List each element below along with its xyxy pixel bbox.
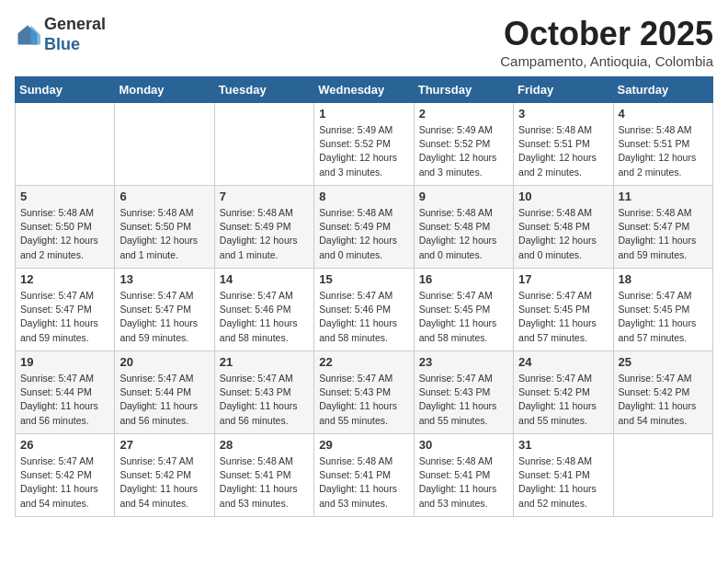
calendar-cell: 30Sunrise: 5:48 AM Sunset: 5:41 PM Dayli… [414,434,513,517]
calendar-cell: 4Sunrise: 5:48 AM Sunset: 5:51 PM Daylig… [613,103,712,186]
calendar-cell: 25Sunrise: 5:47 AM Sunset: 5:42 PM Dayli… [613,351,712,434]
day-info: Sunrise: 5:47 AM Sunset: 5:46 PM Dayligh… [220,289,309,345]
day-number: 2 [419,107,508,121]
logo: General Blue [15,15,106,54]
day-info: Sunrise: 5:47 AM Sunset: 5:43 PM Dayligh… [319,372,408,428]
day-info: Sunrise: 5:49 AM Sunset: 5:52 PM Dayligh… [419,123,508,179]
day-info: Sunrise: 5:48 AM Sunset: 5:41 PM Dayligh… [319,454,408,511]
column-header-monday: Monday [115,77,214,103]
calendar-header-row: SundayMondayTuesdayWednesdayThursdayFrid… [16,77,713,103]
calendar-week-row: 19Sunrise: 5:47 AM Sunset: 5:44 PM Dayli… [16,351,713,434]
calendar-cell: 21Sunrise: 5:47 AM Sunset: 5:43 PM Dayli… [214,351,313,434]
day-number: 28 [220,438,309,452]
page-header: General Blue October 2025 Campamento, An… [15,15,713,69]
day-number: 26 [20,438,109,452]
day-info: Sunrise: 5:48 AM Sunset: 5:49 PM Dayligh… [220,206,309,262]
day-info: Sunrise: 5:48 AM Sunset: 5:41 PM Dayligh… [220,454,309,511]
calendar-cell: 6Sunrise: 5:48 AM Sunset: 5:50 PM Daylig… [115,186,214,269]
day-info: Sunrise: 5:47 AM Sunset: 5:45 PM Dayligh… [619,289,708,345]
day-info: Sunrise: 5:47 AM Sunset: 5:42 PM Dayligh… [619,372,708,428]
day-info: Sunrise: 5:48 AM Sunset: 5:51 PM Dayligh… [518,123,608,179]
day-number: 10 [518,190,608,203]
calendar-cell: 8Sunrise: 5:48 AM Sunset: 5:49 PM Daylig… [314,186,414,269]
day-info: Sunrise: 5:48 AM Sunset: 5:41 PM Dayligh… [518,454,608,511]
svg-marker-1 [31,25,41,44]
calendar-table: SundayMondayTuesdayWednesdayThursdayFrid… [15,76,713,517]
logo-blue-text: Blue [44,35,80,53]
day-number: 21 [220,355,309,369]
day-info: Sunrise: 5:48 AM Sunset: 5:48 PM Dayligh… [518,206,608,262]
calendar-cell: 17Sunrise: 5:47 AM Sunset: 5:45 PM Dayli… [514,269,613,351]
calendar-week-row: 26Sunrise: 5:47 AM Sunset: 5:42 PM Dayli… [16,434,713,517]
day-info: Sunrise: 5:48 AM Sunset: 5:48 PM Dayligh… [419,206,508,262]
calendar-cell [115,103,214,186]
day-number: 14 [220,272,309,286]
month-title: October 2025 [500,15,713,53]
calendar-cell: 23Sunrise: 5:47 AM Sunset: 5:43 PM Dayli… [414,351,513,434]
day-number: 11 [619,190,708,203]
day-info: Sunrise: 5:47 AM Sunset: 5:46 PM Dayligh… [319,289,408,345]
calendar-cell: 9Sunrise: 5:48 AM Sunset: 5:48 PM Daylig… [414,186,513,269]
calendar-cell: 1Sunrise: 5:49 AM Sunset: 5:52 PM Daylig… [314,103,414,186]
calendar-cell: 11Sunrise: 5:48 AM Sunset: 5:47 PM Dayli… [613,186,712,269]
logo-general-text: General [44,15,106,33]
day-number: 25 [619,355,708,369]
calendar-cell: 29Sunrise: 5:48 AM Sunset: 5:41 PM Dayli… [314,434,414,517]
day-info: Sunrise: 5:47 AM Sunset: 5:43 PM Dayligh… [220,372,309,428]
day-number: 27 [119,438,209,452]
day-number: 31 [518,438,608,452]
calendar-cell: 24Sunrise: 5:47 AM Sunset: 5:42 PM Dayli… [514,351,613,434]
calendar-cell: 31Sunrise: 5:48 AM Sunset: 5:41 PM Dayli… [514,434,613,517]
calendar-cell: 19Sunrise: 5:47 AM Sunset: 5:44 PM Dayli… [16,351,115,434]
day-info: Sunrise: 5:47 AM Sunset: 5:43 PM Dayligh… [419,372,508,428]
day-number: 6 [119,190,209,203]
day-info: Sunrise: 5:47 AM Sunset: 5:44 PM Dayligh… [119,372,209,428]
column-header-tuesday: Tuesday [214,77,313,103]
day-info: Sunrise: 5:49 AM Sunset: 5:52 PM Dayligh… [319,123,408,179]
day-info: Sunrise: 5:48 AM Sunset: 5:50 PM Dayligh… [119,206,209,262]
column-header-friday: Friday [514,77,613,103]
day-number: 16 [419,272,508,286]
day-number: 8 [319,190,408,203]
day-info: Sunrise: 5:47 AM Sunset: 5:47 PM Dayligh… [20,289,109,345]
calendar-cell: 22Sunrise: 5:47 AM Sunset: 5:43 PM Dayli… [314,351,414,434]
day-info: Sunrise: 5:47 AM Sunset: 5:42 PM Dayligh… [20,454,109,511]
logo-icon [15,22,40,48]
calendar-cell: 5Sunrise: 5:48 AM Sunset: 5:50 PM Daylig… [16,186,115,269]
column-header-thursday: Thursday [414,77,513,103]
day-number: 7 [220,190,309,203]
day-number: 15 [319,272,408,286]
day-number: 19 [20,355,109,369]
day-info: Sunrise: 5:47 AM Sunset: 5:47 PM Dayligh… [119,289,209,345]
day-number: 29 [319,438,408,452]
calendar-week-row: 12Sunrise: 5:47 AM Sunset: 5:47 PM Dayli… [16,269,713,351]
calendar-cell: 15Sunrise: 5:47 AM Sunset: 5:46 PM Dayli… [314,269,414,351]
day-number: 12 [20,272,109,286]
calendar-cell [16,103,115,186]
calendar-cell: 13Sunrise: 5:47 AM Sunset: 5:47 PM Dayli… [115,269,214,351]
day-number: 20 [119,355,209,369]
calendar-cell: 20Sunrise: 5:47 AM Sunset: 5:44 PM Dayli… [115,351,214,434]
day-number: 3 [518,107,608,121]
calendar-cell [214,103,313,186]
day-number: 18 [619,272,708,286]
calendar-cell: 2Sunrise: 5:49 AM Sunset: 5:52 PM Daylig… [414,103,513,186]
calendar-cell: 12Sunrise: 5:47 AM Sunset: 5:47 PM Dayli… [16,269,115,351]
day-info: Sunrise: 5:47 AM Sunset: 5:45 PM Dayligh… [419,289,508,345]
calendar-cell: 16Sunrise: 5:47 AM Sunset: 5:45 PM Dayli… [414,269,513,351]
day-info: Sunrise: 5:48 AM Sunset: 5:50 PM Dayligh… [20,206,109,262]
day-info: Sunrise: 5:48 AM Sunset: 5:51 PM Dayligh… [619,123,708,179]
calendar-cell: 27Sunrise: 5:47 AM Sunset: 5:42 PM Dayli… [115,434,214,517]
day-number: 22 [319,355,408,369]
day-number: 13 [119,272,209,286]
day-number: 24 [518,355,608,369]
day-info: Sunrise: 5:48 AM Sunset: 5:47 PM Dayligh… [619,206,708,262]
column-header-saturday: Saturday [613,77,712,103]
column-header-wednesday: Wednesday [314,77,414,103]
calendar-week-row: 1Sunrise: 5:49 AM Sunset: 5:52 PM Daylig… [16,103,713,186]
day-info: Sunrise: 5:48 AM Sunset: 5:49 PM Dayligh… [319,206,408,262]
column-header-sunday: Sunday [16,77,115,103]
day-info: Sunrise: 5:47 AM Sunset: 5:45 PM Dayligh… [518,289,608,345]
title-block: October 2025 Campamento, Antioquia, Colo… [500,15,713,69]
calendar-cell [613,434,712,517]
